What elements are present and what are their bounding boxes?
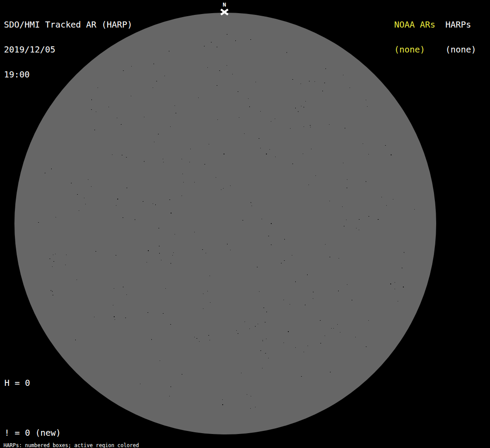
- sunspot-speck: [95, 251, 96, 252]
- harps-value: (none): [445, 46, 476, 54]
- sunspot-speck: [66, 255, 66, 255]
- sunspot-speck: [135, 219, 135, 220]
- sunspot-speck: [77, 194, 78, 195]
- sunspot-speck: [352, 300, 352, 301]
- sunspot-speck: [117, 118, 117, 118]
- sunspot-speck: [210, 302, 210, 303]
- sunspot-speck: [235, 40, 236, 41]
- sunspot-speck: [320, 320, 321, 321]
- sunspot-speck: [223, 188, 224, 189]
- sunspot-speck: [271, 121, 271, 122]
- sunspot-speck: [398, 301, 398, 301]
- sunspot-speck: [204, 46, 205, 46]
- observation-date: 2019/12/05: [4, 46, 133, 54]
- north-cross-icon: [220, 8, 229, 16]
- sunspot-speck: [367, 106, 368, 107]
- sunspot-speck: [182, 196, 182, 196]
- sunspot-speck: [210, 276, 210, 276]
- sunspot-speck: [368, 320, 369, 321]
- sunspot-speck: [84, 198, 84, 198]
- sunspot-speck: [112, 154, 112, 155]
- sunspot-speck: [402, 268, 402, 268]
- sunspot-speck: [91, 99, 92, 100]
- sunspot-speck: [121, 124, 122, 125]
- sunspot-speck: [52, 291, 52, 292]
- sunspot-speck: [221, 189, 221, 190]
- sunspot-speck: [258, 324, 258, 324]
- sunspot-speck: [251, 396, 251, 396]
- sunspot-speck: [155, 204, 156, 205]
- sunspot-speck: [232, 74, 233, 74]
- sunspot-speck: [169, 51, 169, 52]
- sunspot-speck: [313, 292, 314, 292]
- sunspot-speck: [198, 98, 199, 98]
- sunspot-speck: [230, 186, 231, 186]
- sunspot-speck: [366, 100, 366, 100]
- sunspot-speck: [52, 266, 52, 267]
- sunspot-speck: [266, 339, 266, 339]
- sunspot-speck: [249, 106, 250, 107]
- sunspot-speck: [217, 85, 217, 86]
- sunspot-speck: [342, 206, 343, 207]
- sunspot-speck: [222, 404, 223, 405]
- sunspot-speck: [113, 305, 113, 305]
- sunspot-speck: [251, 202, 251, 203]
- sunspot-speck: [170, 126, 171, 127]
- sunspot-speck: [304, 107, 304, 108]
- sunspot-speck: [203, 294, 203, 294]
- sunspot-speck: [252, 206, 252, 206]
- sunspot-speck: [390, 284, 391, 284]
- sunspot-speck: [147, 312, 148, 313]
- sunspot-speck: [359, 230, 359, 230]
- observation-time: 19:00: [4, 70, 133, 79]
- sunspot-speck: [126, 294, 127, 295]
- sunspot-speck: [350, 88, 350, 88]
- sunspot-speck: [301, 84, 301, 84]
- sunspot-speck: [347, 179, 347, 180]
- sunspot-speck: [147, 262, 147, 262]
- sunspot-speck: [115, 319, 115, 320]
- sunspot-speck: [247, 394, 247, 395]
- sunspot-speck: [404, 252, 404, 253]
- sunspot-speck: [114, 316, 115, 317]
- sunspot-speck: [378, 219, 379, 220]
- sunspot-speck: [151, 339, 152, 340]
- sunspot-speck: [126, 188, 127, 188]
- sunspot-speck: [169, 200, 170, 200]
- sunspot-speck: [122, 155, 122, 155]
- sunspot-speck: [329, 257, 330, 257]
- sunspot-speck: [207, 291, 208, 291]
- sunspot-speck: [265, 322, 266, 322]
- sunspot-speck: [194, 232, 195, 232]
- sunspot-speck: [339, 258, 339, 259]
- sunspot-speck: [304, 352, 304, 352]
- sunspot-speck: [262, 219, 262, 219]
- sunspot-speck: [337, 324, 338, 325]
- sunspot-speck: [271, 245, 272, 245]
- sunspot-speck: [313, 298, 313, 299]
- sunspot-speck: [330, 372, 331, 372]
- sunspot-speck: [148, 250, 149, 251]
- sunspot-speck: [171, 213, 172, 214]
- sunspot-speck: [224, 154, 224, 154]
- sunspot-speck: [45, 173, 46, 173]
- sunspot-speck: [359, 219, 360, 220]
- sunspot-speck: [366, 181, 366, 182]
- sunspot-speck: [355, 337, 356, 337]
- sunspot-speck: [310, 125, 311, 126]
- sunspot-speck: [144, 161, 144, 162]
- sunspot-speck: [307, 274, 308, 275]
- sunspot-speck: [140, 384, 140, 384]
- sunspot-speck: [56, 217, 56, 217]
- sunspot-speck: [222, 399, 223, 400]
- sunspot-speck: [366, 346, 367, 347]
- sunspot-speck: [236, 330, 237, 331]
- sunspot-speck: [310, 127, 311, 127]
- sunspot-speck: [210, 340, 210, 340]
- sunspot-speck: [211, 42, 212, 42]
- sunspot-speck: [125, 318, 126, 318]
- sunspot-speck: [159, 246, 160, 246]
- sunspot-speck: [190, 149, 191, 149]
- sunspot-speck: [250, 39, 251, 40]
- sunspot-speck: [165, 288, 166, 289]
